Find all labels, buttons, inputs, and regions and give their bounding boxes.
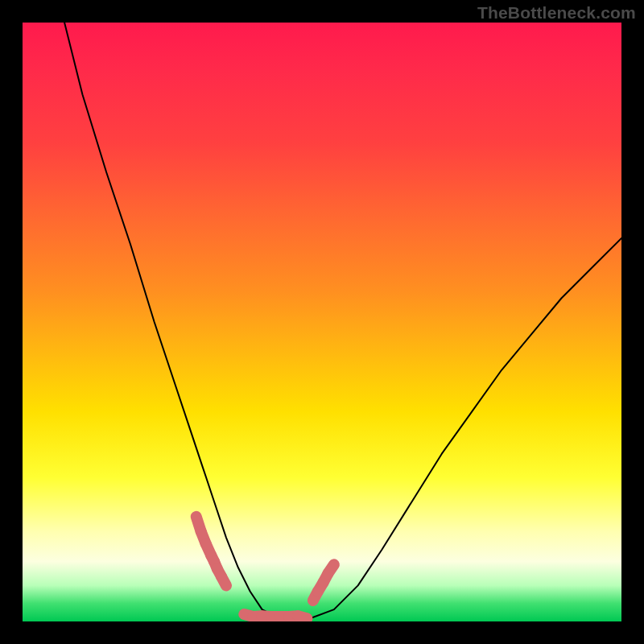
segment-bottom-ticks [244,614,307,618]
svg-line-6 [221,576,226,585]
bottleneck-curve [64,23,621,621]
watermark-credit: TheBottleneck.com [477,3,636,23]
svg-line-13 [298,616,307,618]
plot-svg [23,23,621,621]
segment-right-ticks [313,564,334,601]
plot-area [23,23,621,621]
segment-left-ticks [196,517,226,586]
svg-line-17 [328,564,333,573]
chart-frame: TheBottleneck.com [0,0,644,644]
